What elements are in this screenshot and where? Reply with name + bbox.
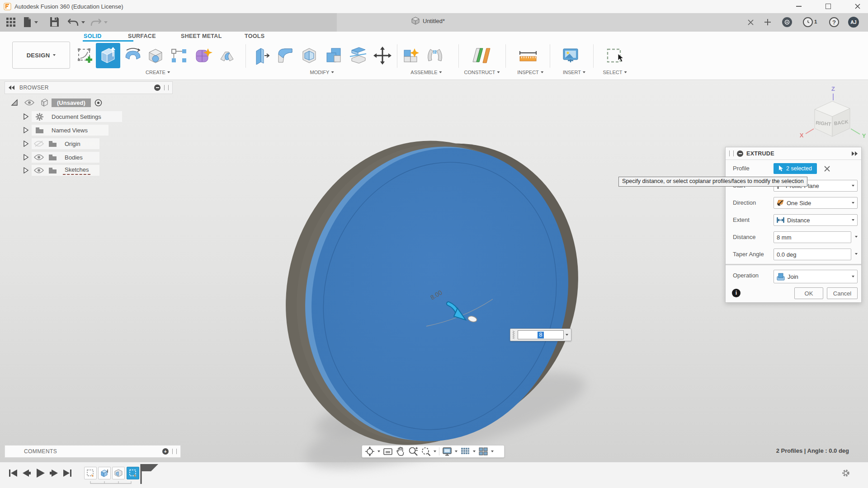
add-comment-icon[interactable]: + <box>162 448 169 455</box>
folder-icon <box>48 167 57 174</box>
browser-item-root[interactable]: (Unsaved) <box>11 97 102 108</box>
browser-visibility-icon[interactable] <box>154 84 160 91</box>
collapsed-arrow-icon[interactable] <box>24 141 28 147</box>
distance-value-selected: 8 <box>538 332 544 338</box>
taper-angle-field[interactable] <box>774 249 851 260</box>
direction-label: Direction <box>733 199 756 206</box>
clear-selection-icon[interactable] <box>824 166 830 172</box>
document-box-icon <box>40 98 49 107</box>
taper-angle-label: Taper Angle <box>733 251 764 258</box>
display-settings-caret[interactable] <box>455 450 458 452</box>
browser-item-label: Named Views <box>50 127 90 134</box>
extrude-dialog: EXTRUDE Profile 2 selected Start Profile… <box>725 147 862 303</box>
orbit-caret[interactable] <box>377 450 380 452</box>
drag-handle-icon[interactable] <box>511 330 516 339</box>
expanded-arrow-icon[interactable] <box>11 99 18 106</box>
navbar-divider <box>439 447 439 455</box>
distance-field[interactable] <box>774 231 851 243</box>
browser-item-sketches[interactable]: Sketches <box>24 164 90 176</box>
browser-item-label: (Unsaved) <box>52 99 91 107</box>
dialog-separator <box>726 264 861 265</box>
info-icon[interactable]: i <box>732 289 741 297</box>
extent-label: Extent <box>733 216 750 223</box>
mouse-cursor-icon <box>618 53 625 62</box>
dialog-title: EXTRUDE <box>746 150 848 157</box>
fusion360-window: 8.00 8 Autodesk Fusion 360 (Education Li… <box>0 0 868 488</box>
profile-selected-button[interactable]: 2 selected <box>774 163 817 174</box>
comments-panel[interactable]: COMMENTS + <box>5 445 181 458</box>
browser-grip[interactable] <box>164 85 169 90</box>
cursor-select-icon <box>778 165 783 172</box>
display-settings-icon[interactable] <box>442 447 452 456</box>
command-tooltip: Specify distance, or select coplanar pro… <box>618 177 807 187</box>
browser-item-label: Origin <box>63 141 82 147</box>
browser-panel: BROWSER (Unsaved) Document Settings Name… <box>5 81 173 94</box>
distance-row: Distance <box>726 231 861 244</box>
one-side-icon <box>777 199 784 206</box>
direction-dropdown[interactable]: One Side <box>774 197 858 209</box>
pan-icon[interactable] <box>396 446 406 456</box>
collapse-browser-icon[interactable] <box>9 85 15 90</box>
grid-caret[interactable] <box>473 450 476 452</box>
profile-row: Profile 2 selected <box>726 162 861 175</box>
canvas-distance-box: 8 <box>510 328 571 341</box>
browser-item-bodies[interactable]: Bodies <box>24 151 85 163</box>
cancel-button[interactable]: Cancel <box>827 287 858 299</box>
zoom-icon[interactable] <box>408 446 418 456</box>
taper-row: Taper Angle <box>726 248 861 261</box>
axis-y-label: Y <box>862 132 866 139</box>
profile-label: Profile <box>733 165 750 172</box>
navigation-toolbar <box>362 445 505 458</box>
viewcube[interactable]: RIGHT BACK Z X Y <box>796 84 868 140</box>
dialog-grip[interactable] <box>729 150 734 156</box>
axis-x-label: X <box>800 132 804 139</box>
viewports-icon[interactable] <box>478 447 488 456</box>
ok-button[interactable]: OK <box>794 287 823 299</box>
operation-dropdown[interactable]: Join <box>774 270 858 283</box>
ground-target-icon[interactable] <box>94 99 102 107</box>
extent-row: Extent Distance <box>726 214 861 226</box>
browser-item-label: Bodies <box>63 154 85 161</box>
browser-item-label: Document Settings <box>50 113 103 120</box>
eye-icon[interactable] <box>24 99 34 106</box>
collapsed-arrow-icon[interactable] <box>24 113 28 120</box>
distance-input[interactable]: 8 <box>518 330 564 339</box>
folder-icon <box>35 127 44 134</box>
collapsed-arrow-icon[interactable] <box>24 167 28 174</box>
extrude-dialog-header[interactable]: EXTRUDE <box>726 147 861 160</box>
extent-dropdown[interactable]: Distance <box>774 214 858 226</box>
browser-item-label: Sketches <box>63 166 90 175</box>
orbit-icon[interactable] <box>365 446 375 456</box>
direction-row: Direction One Side <box>726 197 861 209</box>
look-at-icon[interactable] <box>383 447 393 456</box>
folder-icon <box>48 154 57 161</box>
distance-dropdown-caret[interactable] <box>566 334 568 336</box>
taper-field-caret[interactable] <box>855 253 858 255</box>
browser-item-named-views[interactable]: Named Views <box>24 124 90 136</box>
join-operation-icon <box>777 272 785 281</box>
collapsed-arrow-icon[interactable] <box>24 154 28 160</box>
zoom-window-caret[interactable] <box>434 450 436 452</box>
dialog-footer: i OK Cancel <box>726 287 861 301</box>
dialog-collapse-icon[interactable] <box>737 150 743 157</box>
collapsed-arrow-icon[interactable] <box>24 127 28 133</box>
distance-label: Distance <box>733 234 756 240</box>
dialog-expand-icon[interactable] <box>851 151 858 156</box>
eye-icon[interactable] <box>34 167 44 174</box>
axis-z-label: Z <box>831 85 835 92</box>
comments-grip[interactable] <box>172 449 177 454</box>
zoom-window-icon[interactable] <box>421 446 431 456</box>
distance-extent-icon <box>777 217 784 223</box>
grid-snap-icon[interactable] <box>460 447 470 456</box>
status-readout: 2 Profiles | Angle : 0.0 deg <box>776 447 849 454</box>
browser-item-document-settings[interactable]: Document Settings <box>24 111 103 122</box>
viewports-caret[interactable] <box>491 450 494 452</box>
eye-icon[interactable] <box>34 154 44 160</box>
browser-title: BROWSER <box>19 84 49 91</box>
operation-row: Operation Join <box>726 269 861 282</box>
distance-field-caret[interactable] <box>855 236 858 238</box>
eye-hidden-icon[interactable] <box>34 141 44 147</box>
operation-label: Operation <box>733 272 759 279</box>
browser-item-origin[interactable]: Origin <box>24 138 82 150</box>
browser-header[interactable]: BROWSER <box>5 81 173 94</box>
